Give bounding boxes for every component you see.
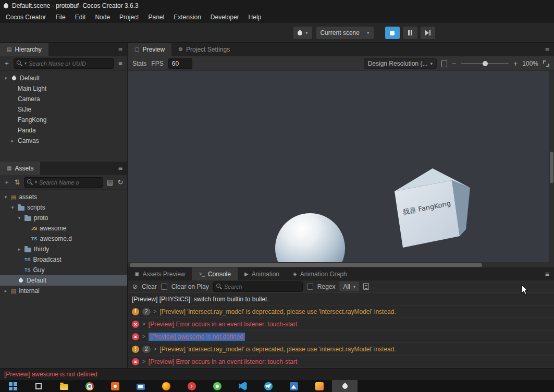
console-search[interactable] (213, 281, 303, 292)
hierarchy-search-input[interactable] (29, 60, 110, 67)
chevron-right-icon[interactable]: > (154, 309, 157, 314)
tree-item-default[interactable]: Default (0, 275, 127, 286)
taskbar-item-file-explorer[interactable] (51, 380, 77, 392)
console-log-row[interactable]: ×>[Preview] awesome is not defined (128, 330, 554, 343)
menu-item-extension[interactable]: Extension (169, 11, 206, 23)
console-log-row[interactable]: !2>[Preview] 'intersect.ray_model' is de… (128, 343, 554, 356)
assets-search-input[interactable] (39, 179, 100, 186)
regex-checkbox[interactable] (307, 284, 313, 290)
tree-item-scripts[interactable]: ▾scripts (0, 202, 127, 213)
menu-item-panel[interactable]: Panel (143, 11, 169, 23)
tab-project-settings[interactable]: ⚙Project Settings (171, 43, 237, 56)
tree-item-internal[interactable]: ▸▤internal (0, 286, 127, 296)
horizontal-scrollbar-track[interactable] (128, 262, 549, 267)
tree-item-sijie[interactable]: SiJie (0, 104, 127, 115)
tab-assets-preview[interactable]: ▣Assets Preview (128, 267, 192, 280)
tab-animation-graph[interactable]: ◈Animation Graph (286, 267, 354, 280)
add-asset-button[interactable]: + (3, 178, 10, 186)
fullscreen-icon[interactable] (543, 60, 549, 67)
tree-item-default[interactable]: ▾Default (0, 73, 127, 83)
tree-item-thirdy[interactable]: ▸thirdy (0, 244, 127, 254)
taskbar-item-task-view[interactable] (26, 380, 51, 392)
tree-item-guy[interactable]: TSGuy (0, 265, 127, 275)
preview-viewport[interactable]: 我是 FangKong (128, 71, 554, 267)
vertical-scrollbar-thumb[interactable] (550, 152, 553, 183)
tab-assets[interactable]: ▦ Assets (0, 162, 40, 175)
chevron-down-icon[interactable]: ▾ (10, 205, 15, 210)
view-mode-icon[interactable]: ▤ (106, 178, 114, 186)
menu-item-project[interactable]: Project (115, 11, 143, 23)
filter-list-icon[interactable]: ≡ (117, 59, 124, 67)
open-log-file-icon[interactable] (363, 283, 369, 290)
clear-on-play-checkbox[interactable] (161, 284, 167, 290)
console-log-row[interactable]: [Preview] [PHYSICS]: switch from builtin… (128, 293, 554, 305)
tab-animation[interactable]: ▶Animation (238, 267, 286, 280)
chevron-right-icon[interactable]: > (142, 321, 145, 327)
taskbar-item-music[interactable]: ♪ (179, 380, 204, 392)
menu-item-file[interactable]: File (51, 11, 70, 23)
panel-menu-icon[interactable]: ≡ (540, 45, 554, 54)
chevron-down-icon[interactable]: ▾ (3, 76, 8, 81)
taskbar-item-store[interactable] (102, 380, 128, 392)
menu-item-node[interactable]: Node (90, 11, 115, 23)
step-button[interactable] (421, 27, 435, 39)
panel-menu-icon[interactable]: ≡ (114, 164, 127, 173)
chevron-right-icon[interactable]: ▸ (17, 247, 22, 252)
chevron-down-icon[interactable]: ▾ (17, 215, 22, 220)
zoom-slider-thumb[interactable] (483, 61, 488, 66)
chevron-right-icon[interactable]: > (142, 334, 145, 339)
play-button[interactable] (385, 27, 400, 39)
taskbar-item-cocos[interactable] (332, 380, 358, 392)
chevron-right-icon[interactable]: ▸ (3, 288, 8, 293)
menu-item-edit[interactable]: Edit (70, 11, 91, 23)
rotate-device-icon[interactable] (441, 60, 447, 67)
fps-input[interactable] (168, 58, 192, 69)
platform-dropdown[interactable]: ▾ (293, 27, 312, 39)
tree-item-fangkong[interactable]: FangKong (0, 115, 127, 125)
taskbar-item-photos[interactable] (281, 380, 306, 392)
chevron-right-icon[interactable]: > (142, 359, 145, 364)
taskbar-item-mail[interactable] (128, 380, 153, 392)
menu-item-help[interactable]: Help (244, 11, 266, 23)
console-search-input[interactable] (224, 284, 300, 290)
horizontal-scrollbar-thumb[interactable] (130, 263, 482, 267)
pause-button[interactable] (403, 27, 417, 39)
stats-toggle[interactable]: Stats (132, 60, 146, 67)
taskbar-item-browser[interactable] (204, 380, 230, 392)
taskbar-item-notes[interactable] (306, 380, 332, 392)
tab-console[interactable]: >_Console (192, 267, 237, 280)
scene-selector-dropdown[interactable]: Current scene ▾ (316, 27, 374, 39)
assets-search[interactable]: ▾ (24, 177, 103, 188)
tree-item-canvas[interactable]: ▸Canvas (0, 136, 127, 146)
panel-menu-icon[interactable]: ≡ (540, 270, 554, 278)
zoom-in-button[interactable]: + (513, 59, 518, 68)
tree-item-assets[interactable]: ▾▤assets (0, 192, 127, 202)
zoom-out-button[interactable]: − (452, 59, 456, 68)
tree-item-awesome[interactable]: JSawesome (0, 223, 127, 234)
taskbar-item-start[interactable] (0, 380, 26, 392)
tree-item-main-light[interactable]: Main Light (0, 83, 127, 94)
refresh-icon[interactable]: ↻ (117, 178, 124, 186)
log-level-select[interactable]: All ▾ (339, 281, 359, 291)
zoom-slider[interactable] (461, 63, 509, 64)
chevron-right-icon[interactable]: ▸ (10, 138, 15, 143)
chevron-right-icon[interactable]: > (154, 346, 157, 352)
panel-menu-icon[interactable]: ≡ (114, 45, 127, 54)
chevron-down-icon[interactable]: ▾ (3, 194, 8, 200)
menu-item-developer[interactable]: Developer (206, 11, 244, 23)
tree-item-camera[interactable]: Camera (0, 94, 127, 104)
tree-item-proto[interactable]: ▾proto (0, 213, 127, 223)
clear-button[interactable]: Clear (142, 283, 157, 290)
taskbar-item-telegram[interactable] (255, 380, 281, 392)
tree-item-panda[interactable]: Panda (0, 125, 127, 136)
hierarchy-search[interactable]: ▾ (14, 58, 114, 69)
console-log-row[interactable]: ×>[Preview] Error occurs in an event lis… (128, 318, 554, 330)
console-log-row[interactable]: !2>[Preview] 'intersect.ray_model' is de… (128, 305, 554, 318)
vertical-scrollbar-track[interactable] (549, 71, 554, 262)
tree-item-awesome-d[interactable]: TSawesome.d (0, 234, 127, 244)
taskbar-item-firefox[interactable] (153, 380, 179, 392)
tab-hierarchy[interactable]: ▤ Hierarchy (0, 43, 48, 56)
taskbar-item-vscode[interactable] (230, 380, 255, 392)
taskbar-item-chrome[interactable] (77, 380, 102, 392)
add-node-button[interactable]: + (3, 59, 10, 67)
